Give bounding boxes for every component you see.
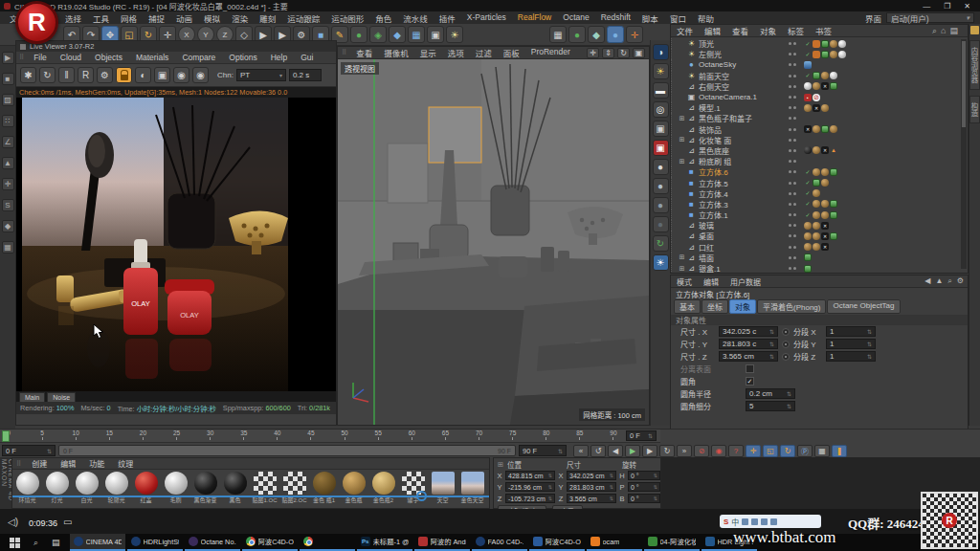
tag-icon[interactable] [821,232,829,240]
tag-icon[interactable] [830,125,837,133]
polygons-mode-icon[interactable]: ▲ [2,157,14,169]
play-button[interactable]: ▶ [625,445,640,457]
home-icon[interactable]: ⌂ [941,26,946,36]
start-frame-field[interactable]: 0 F⇅ [2,445,56,456]
attribute-menu-item[interactable]: 用户数据 [724,276,767,287]
link-radio[interactable] [782,341,790,348]
tag-icon[interactable] [804,265,812,273]
attribute-menu-item[interactable]: 编辑 [698,276,724,287]
tag-icon[interactable] [804,61,812,69]
tag-icon[interactable] [821,125,829,133]
mograph-icon[interactable]: ◈ [369,26,387,43]
viewport-menu-item[interactable]: 摄像机 [378,47,414,58]
position-field[interactable]: -215.96 cm⇅ [505,482,555,492]
material-preview[interactable] [343,472,366,495]
visibility-dots[interactable] [785,160,800,163]
menu-item[interactable]: 选择 [59,12,87,24]
size-field[interactable]: 342.025 cm⇅ [567,471,616,480]
target-light-icon[interactable]: ◎ [653,101,669,118]
picture-frame-icon[interactable]: ▣ [154,67,170,83]
taskbar-app[interactable]: 阿波C4D-O... [529,534,585,551]
object-row[interactable]: ⊿ 黑色底座 [671,145,968,156]
object-manager-menu-item[interactable]: 标签 [782,25,810,36]
menu-item[interactable]: 运动跟踪 [281,12,325,24]
tag-icon[interactable] [830,72,837,79]
preview-sphere-icon[interactable]: ◐ [135,67,151,83]
material-menu-item[interactable]: 纹理 [111,458,140,469]
viewport-menu-item[interactable]: 选项 [442,47,470,58]
object-row[interactable]: ■ 立方体.6 [671,166,968,177]
object-row[interactable]: ■ 立方体.3 [671,199,968,209]
search-icon[interactable]: ⌕ [932,26,937,36]
tag-icon[interactable] [813,232,820,240]
object-row[interactable]: ⊞ ⊿ 银盒.1 [671,263,968,273]
array-grid-icon[interactable]: ▦ [549,26,567,43]
menu-item[interactable]: 流水线 [397,12,434,24]
object-name[interactable]: 前面天空 [697,71,785,81]
taskbar-app[interactable]: Octane No... [185,534,240,551]
material-preview[interactable] [432,472,455,495]
rotation-field[interactable]: 0 °⇅ [628,482,660,492]
ies-light-icon[interactable]: ▣ [653,121,669,137]
tag-icon[interactable] [821,51,829,58]
tag-icon[interactable] [804,40,812,48]
material-item[interactable]: 红盖 [133,472,159,504]
visibility-dots[interactable] [785,267,800,270]
taskbar-app[interactable]: HDRLightSt... [127,534,183,551]
object-row[interactable]: ⊞ ⊿ 化妆笔 面 [671,135,968,145]
object-name[interactable]: 粉底刷 组 [697,156,785,166]
zoom-icon[interactable]: ⇕ [602,48,614,58]
object-name[interactable]: 墙面 [697,253,785,263]
tag-icon[interactable] [804,125,812,133]
current-frame-field[interactable]: 0 F⇅ [626,430,657,441]
attribute-tab[interactable]: 基本 [674,299,701,314]
menu-item[interactable]: 工具 [87,12,115,24]
tag-icon[interactable] [830,40,837,48]
tag-icon[interactable] [821,82,829,90]
loop-mode-button[interactable]: ↺ [590,445,606,457]
tag-icon[interactable] [830,146,837,154]
search-icon[interactable]: ⌕ [33,538,38,548]
live-viewer-menu-item[interactable]: Compare [175,53,222,62]
taskbar-app[interactable]: CINEMA 4D... [70,534,125,551]
tag-icon[interactable] [821,200,829,208]
visibility-dots[interactable] [785,75,800,77]
tag-icon[interactable] [813,179,820,187]
material-preview[interactable] [76,472,99,495]
live-viewer-menu-item[interactable]: Objects [88,53,129,62]
material-item[interactable]: 毛刷 [163,472,189,504]
restart-render-icon[interactable]: ↻ [39,67,56,83]
task-view-icon[interactable]: ▤ [52,538,60,547]
kernel-settings-icon[interactable]: ✱ [20,67,36,83]
env-sphere-icon[interactable]: ● [568,26,586,43]
ime-icon[interactable] [751,518,758,525]
forces-icon[interactable]: ✛ [626,26,643,43]
object-row[interactable]: ■ 立方体.1 [671,209,968,220]
object-manager-menu-item[interactable]: 文件 [671,25,699,36]
expand-toggle-icon[interactable]: ⊞ [678,136,686,143]
object-name[interactable]: 立方体.5 [697,178,785,188]
display-icon[interactable]: ▭ [63,517,72,527]
object-name[interactable]: 装饰品 [697,124,785,135]
visibility-dots[interactable] [785,106,800,109]
live-viewer-menu-item[interactable]: Materials [129,53,175,62]
tag-icon[interactable] [821,222,829,230]
diamond-icon[interactable]: ◆ [588,26,605,43]
tag-icon[interactable] [813,51,820,58]
live-viewer-titlebar[interactable]: Live Viewer 3.07-R2 [16,41,336,52]
visibility-dots[interactable] [785,128,800,131]
size-field[interactable]: 281.803 cm⇅ [567,482,616,492]
attribute-tab[interactable]: Octane ObjectTag [827,299,900,314]
tag-icon[interactable] [821,243,829,251]
live-viewer-menu-item[interactable]: Gui [294,53,320,62]
deformer-icon[interactable]: ◆ [389,26,406,43]
position-field[interactable]: -105.723 cm⇅ [505,494,555,503]
visibility-dots[interactable] [785,96,800,99]
viewport-menu-item[interactable]: 过滤 [470,47,498,58]
record-rotation-button[interactable]: ↻ [780,445,795,457]
material-item[interactable]: 黑色渐变 [192,472,218,504]
taskbar-app[interactable]: 阿波C4D-O... [242,534,298,551]
object-row[interactable]: ⊞ ⊿ 墙面 [671,253,968,263]
object-name[interactable]: 银盒.1 [697,263,785,273]
viewport-scene[interactable] [338,59,649,425]
